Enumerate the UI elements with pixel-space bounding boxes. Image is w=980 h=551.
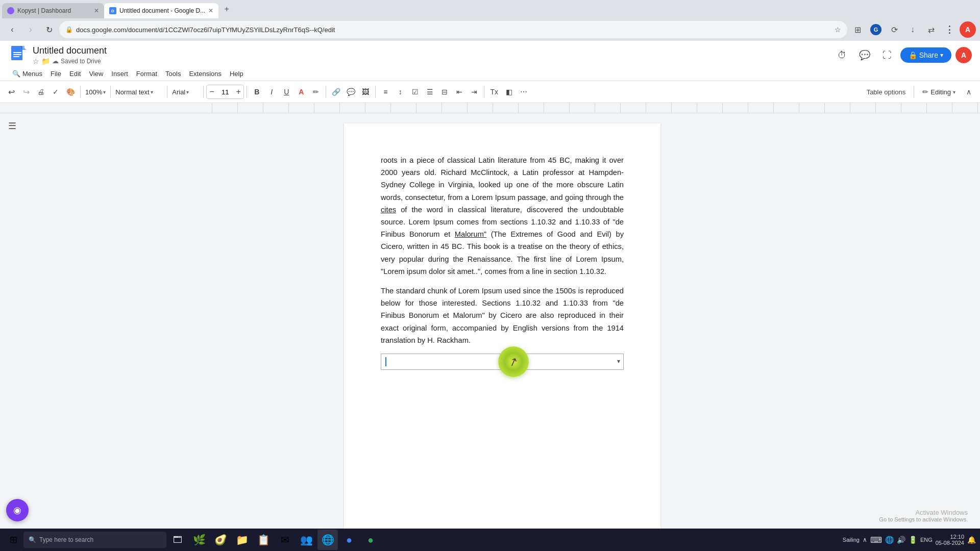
font-dropdown[interactable]: Arial ▾ — [170, 85, 201, 99]
undo-btn[interactable]: ↩ — [4, 85, 18, 99]
collapse-toolbar-btn[interactable]: ∧ — [962, 85, 976, 99]
browser-ext1[interactable]: ⊞ — [849, 21, 866, 38]
taskbar-btn-task-view[interactable]: 🗔 — [167, 530, 188, 550]
date-display: 05-08-2024 — [936, 540, 964, 546]
lock-icon: 🔒 — [65, 26, 73, 33]
indent-less-btn[interactable]: ⇤ — [452, 85, 467, 99]
taskbar-btn-app1[interactable]: 🌿 — [189, 530, 209, 550]
taskbar-search[interactable]: 🔍 Type here to search — [23, 532, 166, 548]
input-dropdown-arrow[interactable]: ▾ — [617, 357, 620, 367]
font-size-input[interactable] — [217, 88, 233, 96]
menus-search[interactable]: 🔍 Menus — [8, 68, 46, 79]
doc-scroll-area[interactable]: roots in a piece of classical Latin lite… — [24, 113, 980, 551]
redo-btn[interactable]: ↪ — [19, 85, 33, 99]
menu-item-edit[interactable]: Edit — [65, 68, 85, 79]
menu-item-tools[interactable]: Tools — [161, 68, 185, 79]
cites-link[interactable]: cites — [381, 206, 396, 214]
taskbar-btn-teams[interactable]: 👥 — [296, 530, 316, 550]
bullets-btn[interactable]: ☰ — [423, 85, 437, 99]
line-spacing-btn[interactable]: ↕ — [393, 85, 407, 99]
star-icon[interactable]: ☆ — [33, 57, 39, 65]
lang-indicator[interactable]: ENG — [920, 537, 933, 543]
indent-more-btn[interactable]: ⇥ — [467, 85, 481, 99]
text-color-btn[interactable]: A — [294, 85, 308, 99]
numbered-list-btn[interactable]: ⊟ — [437, 85, 452, 99]
folder-icon[interactable]: 📁 — [41, 57, 50, 65]
bold-btn[interactable]: B — [250, 85, 264, 99]
notifications-icon[interactable]: 🔔 — [967, 536, 976, 544]
nav-back-btn[interactable]: ‹ — [4, 21, 20, 38]
tab-close-kopyst[interactable]: ✕ — [94, 7, 99, 14]
nav-forward-btn[interactable]: › — [22, 21, 39, 38]
tab-kopyst[interactable]: Kopyst | Dashboard ✕ — [2, 3, 104, 18]
kopyst-bubble[interactable]: ◉ — [6, 499, 29, 521]
start-button[interactable]: ⊞ — [4, 531, 22, 549]
user-avatar[interactable]: A — [955, 47, 972, 63]
font-size-minus[interactable]: − — [207, 85, 217, 99]
share-button[interactable]: 🔒 Share ▾ — [900, 47, 951, 63]
taskbar-btn-mail[interactable]: ✉ — [275, 530, 295, 550]
toolbar-sep-7 — [375, 86, 376, 98]
paint-format-btn[interactable]: 🎨 — [63, 85, 78, 99]
more-options-btn[interactable]: ⋯ — [517, 85, 531, 99]
menu-item-extensions[interactable]: Extensions — [185, 68, 226, 79]
browser-ext2[interactable]: G — [868, 21, 884, 38]
share-dropdown-arrow[interactable]: ▾ — [940, 52, 943, 59]
docs-view-btn[interactable]: ⛶ — [878, 46, 896, 64]
docs-comments-btn[interactable]: 💬 — [855, 46, 874, 64]
menu-item-view[interactable]: View — [85, 68, 107, 79]
checklist-btn[interactable]: ☑ — [408, 85, 422, 99]
clear-format-btn[interactable]: Tx — [487, 85, 501, 99]
menu-item-file[interactable]: File — [46, 68, 65, 79]
underline-btn[interactable]: U — [279, 85, 293, 99]
nav-reload-btn[interactable]: ↻ — [41, 21, 57, 38]
table-options-btn[interactable]: Table options — [863, 85, 910, 99]
sailing-label[interactable]: Sailing — [843, 537, 860, 543]
tab-gdocs[interactable]: D Untitled document - Google D... ✕ — [104, 3, 218, 18]
browser-sync-icon[interactable]: ⇄ — [923, 21, 939, 38]
docs-history-btn[interactable]: ⏱ — [833, 46, 851, 64]
highlight-btn[interactable]: ✏ — [309, 85, 323, 99]
zoom-dropdown[interactable]: 100% ▾ — [83, 85, 108, 99]
spellcheck-btn[interactable]: ✓ — [48, 85, 63, 99]
menu-item-help[interactable]: Help — [226, 68, 248, 79]
battery-icon[interactable]: 🔋 — [909, 536, 917, 544]
tab-close-gdocs[interactable]: ✕ — [208, 7, 213, 14]
volume-icon[interactable]: 🔊 — [897, 536, 905, 544]
network-icon[interactable]: 🌐 — [885, 536, 894, 544]
outline-toggle-btn[interactable]: ☰ — [8, 120, 16, 132]
image-btn[interactable]: 🖼 — [358, 85, 373, 99]
toolbar-sep-9 — [914, 86, 914, 98]
comment-btn[interactable]: 💬 — [344, 85, 358, 99]
font-size-control[interactable]: − + — [206, 85, 244, 99]
browser-history-icon[interactable]: ⟳ — [886, 21, 902, 38]
italic-btn[interactable]: I — [264, 85, 279, 99]
taskbar-btn-app4[interactable]: ● — [360, 530, 381, 550]
taskbar-btn-app3[interactable]: ● — [339, 530, 359, 550]
clock[interactable]: 12:10 05-08-2024 — [936, 534, 964, 546]
browser-more-btn[interactable]: ⋮ — [941, 21, 958, 38]
style-dropdown[interactable]: Normal text ▾ — [113, 85, 164, 99]
taskbar-btn-files[interactable]: 📁 — [232, 530, 252, 550]
bookmark-icon[interactable]: ☆ — [835, 26, 841, 34]
new-tab-btn[interactable]: + — [219, 2, 234, 16]
up-arrow-icon[interactable]: ∧ — [863, 536, 867, 543]
browser-download-icon[interactable]: ↓ — [904, 21, 921, 38]
taskbar-btn-kanban[interactable]: 📋 — [253, 530, 274, 550]
font-size-plus[interactable]: + — [233, 85, 243, 99]
docs-title-input[interactable]: Untitled document — [33, 45, 107, 56]
malorum-link[interactable]: Malorum" — [455, 230, 486, 238]
address-bar[interactable]: 🔒 docs.google.com/document/d/1CCZWl7ocz6… — [59, 21, 847, 38]
align-btn[interactable]: ≡ — [378, 85, 393, 99]
taskbar-btn-app2[interactable]: 🥑 — [210, 530, 231, 550]
taskbar-btn-chrome[interactable]: 🌐 — [317, 530, 338, 550]
link-btn[interactable]: 🔗 — [329, 85, 343, 99]
editing-dropdown[interactable]: ✏ Editing ▾ — [918, 85, 960, 99]
text-bg-btn[interactable]: ◧ — [502, 85, 516, 99]
keyboard-icon[interactable]: ⌨ — [870, 535, 882, 545]
cloud-icon[interactable]: ☁ — [52, 57, 59, 65]
menu-item-insert[interactable]: Insert — [107, 68, 132, 79]
browser-profile-avatar[interactable]: A — [960, 21, 976, 38]
print-btn[interactable]: 🖨 — [34, 85, 48, 99]
menu-item-format[interactable]: Format — [132, 68, 161, 79]
